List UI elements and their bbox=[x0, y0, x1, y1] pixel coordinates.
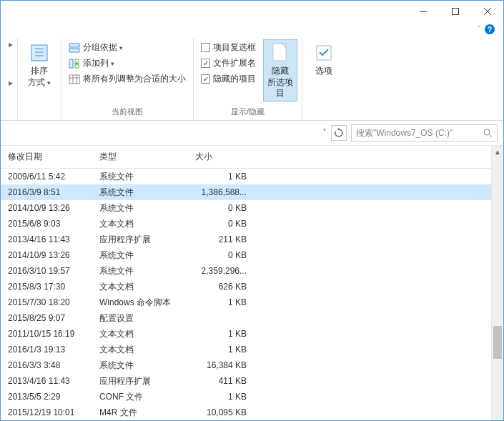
ribbon-group-current-view: 分组依据 添加列 将所有列调整为合适的大小 当前视图 bbox=[61, 38, 194, 120]
add-column-icon bbox=[69, 58, 80, 69]
cell-size: 0 KB bbox=[188, 250, 254, 260]
options-icon bbox=[312, 41, 335, 64]
hidden-items-toggle[interactable]: ✓ 隐藏的项目 bbox=[198, 72, 259, 86]
hide-selected-label2: 所选项目 bbox=[265, 77, 295, 99]
table-row[interactable]: 2013/4/16 11:43应用程序扩展211 KB bbox=[1, 232, 491, 247]
table-row[interactable]: 2016/3/10 19:57系统文件2,359,296... bbox=[1, 263, 491, 279]
cell-type: 系统文件 bbox=[92, 249, 188, 262]
sort-label2: 方式 bbox=[28, 77, 51, 89]
cell-size: 16,384 KB bbox=[188, 360, 254, 370]
search-input[interactable]: 搜索"Windows7_OS (C:)" bbox=[351, 124, 498, 142]
chevron-right-icon[interactable]: ▸ bbox=[9, 39, 13, 49]
column-headers: 修改日期 类型 大小 bbox=[1, 146, 491, 169]
vertical-scrollbar[interactable]: ▲ ▼ bbox=[491, 146, 503, 421]
column-type-header[interactable]: 类型 bbox=[92, 146, 188, 168]
file-extensions-label: 文件扩展名 bbox=[213, 57, 256, 69]
search-icon bbox=[483, 129, 493, 138]
cell-date: 2015/7/30 18:20 bbox=[1, 297, 92, 307]
add-column-button[interactable]: 添加列 bbox=[66, 56, 189, 70]
group-by-icon bbox=[69, 42, 80, 54]
table-row[interactable]: 2013/5/5 2:29CONF 文件1 KB bbox=[1, 389, 491, 405]
table-row[interactable]: 2016/3/3 3:48系统文件16,384 KB bbox=[1, 357, 491, 373]
table-row[interactable]: 2013/4/16 11:43应用程序扩展411 KB bbox=[1, 373, 491, 389]
cell-date: 2013/4/16 11:43 bbox=[1, 234, 92, 244]
cell-date: 2009/6/11 5:42 bbox=[1, 172, 92, 182]
scroll-thumb[interactable] bbox=[493, 326, 502, 359]
close-button[interactable] bbox=[471, 1, 503, 22]
refresh-button[interactable] bbox=[331, 125, 347, 141]
table-row[interactable]: 2011/10/15 16:19文本文档1 KB bbox=[1, 326, 491, 342]
refresh-icon bbox=[334, 128, 344, 138]
hide-selected-icon bbox=[269, 41, 292, 64]
size-columns-label: 将所有列调整为合适的大小 bbox=[83, 73, 186, 85]
sort-button[interactable]: 排序 方式 bbox=[22, 39, 56, 90]
scroll-up-icon[interactable]: ▲ bbox=[492, 146, 503, 158]
table-row[interactable]: 2015/12/19 10:01M4R 文件10,095 KB bbox=[1, 405, 491, 420]
cell-type: 系统文件 bbox=[92, 360, 188, 372]
item-checkboxes-toggle[interactable]: 项目复选框 bbox=[198, 41, 259, 54]
cell-type: CONF 文件 bbox=[92, 391, 188, 403]
cell-type: 文本文档 bbox=[92, 218, 188, 230]
cell-size: 0 KB bbox=[188, 219, 254, 229]
cell-size: 1 KB bbox=[188, 329, 254, 339]
item-checkboxes-label: 项目复选框 bbox=[213, 41, 256, 54]
column-date-header[interactable]: 修改日期 bbox=[1, 146, 92, 168]
table-row[interactable]: 2015/8/25 9:07配置设置 bbox=[1, 310, 491, 326]
table-row[interactable]: 2009/6/11 5:42系统文件1 KB bbox=[1, 169, 491, 184]
cell-date: 2015/6/8 9:03 bbox=[1, 219, 92, 229]
cell-type: M4R 文件 bbox=[92, 407, 188, 419]
ribbon: ▸ ▸ 排序 方式 分组依据 bbox=[1, 36, 503, 121]
svg-rect-1 bbox=[452, 9, 458, 15]
options-button[interactable]: 选项 bbox=[307, 39, 341, 79]
help-icon[interactable]: ? bbox=[485, 24, 495, 34]
search-placeholder: 搜索"Windows7_OS (C:)" bbox=[356, 127, 453, 139]
cell-type: 系统文件 bbox=[92, 202, 188, 214]
table-row[interactable]: 2015/8/3 17:30文本文档626 KB bbox=[1, 279, 491, 294]
cell-date: 2013/5/5 2:29 bbox=[1, 392, 92, 402]
file-extensions-toggle[interactable]: ✓ 文件扩展名 bbox=[198, 56, 259, 70]
checkbox-checked-icon: ✓ bbox=[201, 59, 210, 68]
svg-rect-4 bbox=[31, 45, 47, 61]
cell-size: 411 KB bbox=[188, 376, 254, 386]
table-row[interactable]: 2015/7/30 18:20Windows 命令脚本1 KB bbox=[1, 294, 491, 310]
group-by-label: 分组依据 bbox=[83, 41, 123, 54]
cell-type: 系统文件 bbox=[92, 171, 188, 183]
svg-rect-8 bbox=[69, 44, 79, 47]
svg-rect-14 bbox=[69, 75, 79, 84]
cell-size: 10,095 KB bbox=[188, 407, 254, 417]
rows-container: 2009/6/11 5:42系统文件1 KB2016/3/9 8:51系统文件1… bbox=[1, 169, 491, 420]
table-row[interactable]: 2015/6/8 9:03文本文档0 KB bbox=[1, 216, 491, 232]
cell-type: 文本文档 bbox=[92, 328, 188, 340]
table-row[interactable]: 2014/10/9 13:26系统文件0 KB bbox=[1, 247, 491, 263]
cell-date: 2015/12/19 10:01 bbox=[1, 407, 92, 417]
table-row[interactable]: 2016/3/9 8:51系统文件1,386,588... bbox=[1, 184, 491, 200]
address-bar-row: ˅ 搜索"Windows7_OS (C:)" bbox=[1, 121, 503, 145]
cell-size: 1,386,588... bbox=[188, 187, 254, 197]
cell-type: 应用程序扩展 bbox=[92, 234, 188, 246]
main-area: 修改日期 类型 大小 2009/6/11 5:42系统文件1 KB2016/3/… bbox=[1, 145, 503, 421]
cell-type: 应用程序扩展 bbox=[92, 375, 188, 387]
cell-date: 2013/4/16 11:43 bbox=[1, 376, 92, 386]
maximize-button[interactable] bbox=[439, 1, 471, 22]
size-all-columns-button[interactable]: 将所有列调整为合适的大小 bbox=[66, 72, 189, 86]
path-dropdown-icon[interactable]: ˅ bbox=[322, 128, 327, 138]
svg-point-21 bbox=[484, 129, 490, 135]
cell-size: 211 KB bbox=[188, 234, 254, 244]
table-row[interactable]: 2016/1/3 19:13文本文档1 KB bbox=[1, 342, 491, 357]
cell-type: 文本文档 bbox=[92, 344, 188, 356]
group-options-label bbox=[307, 116, 341, 120]
table-row[interactable]: 2014/10/9 13:26系统文件0 KB bbox=[1, 200, 491, 216]
column-size-header[interactable]: 大小 bbox=[188, 146, 254, 168]
cell-date: 2016/3/9 8:51 bbox=[1, 187, 92, 197]
cell-date: 2015/8/3 17:30 bbox=[1, 282, 92, 292]
titlebar bbox=[1, 1, 503, 22]
collapse-ribbon-icon[interactable]: ˆ bbox=[478, 25, 480, 34]
group-by-button[interactable]: 分组依据 bbox=[66, 41, 189, 54]
cell-type: 系统文件 bbox=[92, 187, 188, 199]
chevron-right-icon[interactable]: ▸ bbox=[9, 78, 13, 88]
minimize-button[interactable] bbox=[407, 1, 439, 22]
cell-date: 2016/3/10 19:57 bbox=[1, 266, 92, 276]
hide-selected-button[interactable]: 隐藏 所选项目 bbox=[263, 39, 297, 101]
cell-date: 2014/10/9 13:26 bbox=[1, 250, 92, 260]
cell-size: 0 KB bbox=[188, 203, 254, 213]
